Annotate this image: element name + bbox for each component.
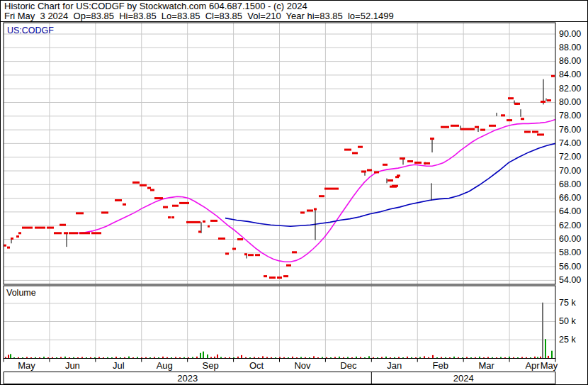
volume-bar	[258, 357, 259, 358]
volume-bar	[241, 355, 242, 358]
close-dash	[524, 131, 531, 133]
volume-bar	[504, 357, 506, 358]
volume-bar	[513, 357, 514, 358]
volume-bar	[158, 357, 159, 358]
volume-bar	[300, 357, 302, 359]
month-label: Oct	[249, 360, 264, 371]
close-dash	[508, 97, 514, 99]
price-tick-label: 54.00	[559, 275, 581, 285]
volume-bar	[128, 357, 130, 358]
volume-bar	[500, 357, 502, 359]
price-tick-label: 66.00	[559, 193, 581, 203]
close-dash	[283, 275, 288, 277]
volume-bar	[415, 357, 417, 358]
close-dash	[163, 206, 168, 208]
close-dash	[507, 119, 512, 121]
volume-bar	[296, 357, 298, 358]
volume-bar	[542, 303, 543, 358]
close-dash	[300, 211, 305, 213]
volume-bar	[192, 357, 193, 359]
volume-bar	[390, 357, 391, 358]
volume-bar	[283, 357, 285, 358]
close-dash	[547, 99, 551, 101]
volume-bar	[398, 357, 400, 359]
price-tick-label: 56.00	[559, 262, 581, 272]
volume-bar	[428, 357, 429, 358]
volume-bar	[141, 357, 142, 358]
volume-bar	[210, 357, 212, 359]
close-dash	[11, 238, 13, 240]
volume-bar	[124, 357, 125, 358]
volume-bar	[368, 356, 370, 358]
volume-bar	[18, 357, 19, 358]
volume-bar	[373, 357, 374, 358]
close-dash	[218, 238, 225, 240]
volume-bar	[196, 357, 198, 358]
close-dash	[244, 253, 247, 255]
volume-bar	[183, 357, 185, 358]
volume-bar	[275, 357, 276, 358]
volume-bar	[26, 357, 28, 359]
volume-bar	[47, 357, 49, 358]
price-tick-label: 82.00	[559, 84, 581, 94]
close-dash	[460, 128, 475, 130]
close-dash	[147, 187, 151, 189]
close-dash	[22, 227, 33, 229]
close-dash	[344, 149, 351, 151]
close-dash	[515, 103, 520, 105]
volume-bar	[334, 357, 336, 359]
close-dash	[168, 216, 171, 218]
volume-bar	[326, 357, 327, 358]
volume-bar	[492, 357, 493, 358]
close-dash	[424, 162, 430, 164]
price-tick-label: 76.00	[559, 125, 581, 135]
year-label: 2024	[453, 373, 474, 384]
volume-bar	[103, 357, 104, 358]
volume-bar	[394, 357, 395, 358]
close-dash	[395, 176, 399, 178]
volume-bar	[534, 357, 536, 358]
close-dash	[179, 202, 189, 204]
close-dash	[441, 126, 449, 128]
close-dash	[541, 101, 545, 103]
volume-bar	[330, 357, 332, 358]
volume-bar	[279, 357, 281, 359]
close-dash	[292, 251, 297, 253]
price-tick-label: 78.00	[559, 111, 581, 121]
volume-bar	[207, 355, 208, 358]
month-label: Apr	[525, 360, 539, 371]
close-dash	[64, 232, 68, 234]
price-tick-label: 64.00	[559, 206, 581, 216]
price-tick-label: 86.00	[559, 56, 581, 66]
close-dash	[319, 195, 324, 197]
close-dash	[91, 232, 101, 234]
volume-bar	[188, 357, 189, 358]
volume-panel-label: Volume	[6, 288, 36, 298]
close-dash	[232, 248, 236, 250]
volume-bar	[292, 357, 293, 358]
close-dash	[198, 230, 201, 233]
close-dash	[115, 199, 122, 201]
month-label: May	[18, 360, 35, 371]
volume-bar	[381, 357, 383, 359]
close-dash	[392, 185, 398, 187]
volume-bar	[526, 357, 527, 358]
volume-bar	[509, 357, 510, 358]
close-dash	[203, 221, 205, 223]
close-dash	[367, 169, 372, 172]
close-dash	[101, 211, 108, 213]
close-dash	[69, 232, 78, 234]
close-dash	[154, 197, 163, 199]
volume-bar	[436, 357, 438, 358]
volume-bar	[530, 357, 531, 358]
quote-summary: Fri May 3 2024 Op=83.85 Hi=83.85 Lo=83.8…	[4, 11, 394, 21]
close-dash	[407, 160, 413, 162]
price-tick-label: 90.00	[559, 29, 581, 39]
close-dash	[225, 252, 229, 255]
volume-bar	[262, 356, 264, 358]
month-label: Feb	[433, 360, 448, 371]
volume-bar	[73, 357, 74, 358]
volume-bar	[496, 357, 497, 358]
volume-bar	[98, 357, 100, 359]
close-dash	[210, 220, 217, 222]
